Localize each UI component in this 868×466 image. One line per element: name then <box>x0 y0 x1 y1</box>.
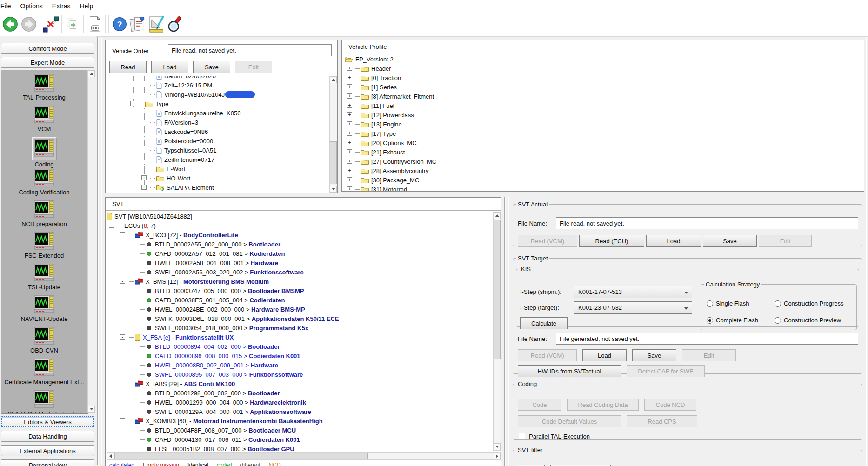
tree-item[interactable]: HWEL_000024BE_002_000_000 > Hardware BMS… <box>107 305 493 314</box>
tree-item[interactable]: CAFD_00002A57_012_001_081 > Kodierdaten <box>107 249 493 258</box>
radio-construction-preview[interactable] <box>775 317 781 324</box>
tree-item[interactable]: CAFD_00000896_008_000_015 > Codierdaten … <box>107 351 493 360</box>
istep-target-combo[interactable]: K001-23-07-532 <box>574 301 692 314</box>
sidebar-section-button-editors-viewers[interactable]: Editors & Viewers <box>1 416 94 427</box>
save-button[interactable]: Save <box>703 235 757 247</box>
tree-item[interactable]: CAFD_000038E5_001_005_004 > Codierdaten <box>107 295 493 305</box>
strategy-option-single-flash[interactable]: Single Flash <box>707 300 749 307</box>
expand-toggle[interactable]: - <box>120 279 125 284</box>
code-button[interactable]: Code <box>518 399 561 411</box>
read-cps-button[interactable]: Read CPS <box>627 415 697 427</box>
tree-item[interactable]: Datum=02/06/2020 <box>107 76 329 80</box>
tree-item[interactable]: SVT [WB10A5104JZ641882] <box>107 212 493 221</box>
sidebar-item-coding[interactable]: Coding <box>1 137 87 168</box>
hw-ids-from-svtactual-button[interactable]: HW-IDs from SVTactual <box>518 365 621 377</box>
tree-item[interactable]: Vinlong=WB10A5104J <box>107 90 329 99</box>
menu-item-extras[interactable]: Extras <box>47 1 75 11</box>
sidebar-item-obd-cvn[interactable]: OBD-CVN <box>1 327 87 354</box>
expand-toggle[interactable]: + <box>347 66 352 71</box>
tree-item[interactable]: +[30] Package_MC <box>343 175 863 185</box>
scroll-down-icon[interactable] <box>494 443 501 450</box>
tree-item[interactable]: SWFL_0000129A_004_000_001 > Applikations… <box>107 407 493 416</box>
sidebar-item-coding-verification[interactable]: Coding-Verification <box>1 169 87 196</box>
expand-toggle[interactable]: - <box>120 381 125 386</box>
sidebar-section-button-personal-view[interactable]: Personal view <box>1 459 94 466</box>
edit-button[interactable]: Edit <box>235 61 272 73</box>
tree-item[interactable]: +[0] Traction <box>343 73 863 82</box>
tree-item[interactable]: SWFK_00003D6E_018_000_001 > Applikations… <box>107 314 493 323</box>
expand-toggle[interactable]: + <box>347 140 352 145</box>
expand-toggle[interactable]: + <box>347 131 352 136</box>
strategy-option-complete-flash[interactable]: Complete Flash <box>707 317 758 324</box>
tree-item[interactable]: +[20] Options_MC <box>343 138 863 147</box>
expand-toggle[interactable]: + <box>347 93 352 99</box>
menu-item-options[interactable]: Options <box>16 1 47 11</box>
tree-item[interactable]: -X_KOMBI3 [60] - Motorrad Instrumentenko… <box>107 416 493 426</box>
copy-pages-icon[interactable] <box>63 14 82 34</box>
mode-button-comfort-mode[interactable]: Comfort Mode <box>1 43 94 54</box>
expand-toggle[interactable]: - <box>130 101 135 106</box>
tree-item[interactable]: Lackcode=0N86 <box>107 127 329 136</box>
magnifier-icon[interactable] <box>166 14 185 34</box>
tree-item[interactable]: -Type <box>107 99 329 108</box>
vehicle-order-scrollbar[interactable] <box>329 76 337 193</box>
panel-splitter[interactable] <box>508 197 509 466</box>
help-icon[interactable]: ? <box>110 14 129 34</box>
strategy-option-construction-progress[interactable]: Construction Progress <box>775 300 844 307</box>
radio-complete-flash[interactable] <box>707 317 713 324</box>
tree-item[interactable]: -X_BMS [12] - Motorsteuerung BMS Medium <box>107 277 493 286</box>
mode-button-expert-mode[interactable]: Expert Mode <box>1 57 94 68</box>
edit-button[interactable]: Edit <box>759 235 812 247</box>
read-button[interactable]: Read <box>109 61 147 73</box>
expand-toggle[interactable]: + <box>141 175 147 180</box>
tree-item[interactable]: -X_BCO [72] - BodyControllerLite <box>107 230 493 240</box>
svt-horizontal-scrollbar[interactable] <box>107 452 501 460</box>
tree-item[interactable]: -X_IABS [29] - ABS Conti MK100 <box>107 379 493 388</box>
read-ecu-button[interactable]: Read (ECU) <box>579 235 644 247</box>
tree-item[interactable]: +[17] Type <box>343 129 863 138</box>
tree-item[interactable]: +[12] Powerclass <box>343 110 863 120</box>
tree-item[interactable]: SWFL_00003054_018_000_000 > Programmstan… <box>107 323 493 333</box>
tree-item[interactable]: +[21] Exhaust <box>343 147 863 157</box>
istep-shipm-combo[interactable]: K001-17-07-513 <box>574 286 692 298</box>
code-default-values-button[interactable]: Code Default Values <box>518 415 621 427</box>
read-vcm-button[interactable]: Read (VCM) <box>518 349 577 361</box>
scroll-down-icon[interactable] <box>330 186 337 193</box>
back-icon[interactable] <box>1 14 20 34</box>
expand-toggle[interactable]: + <box>347 149 352 154</box>
expand-toggle[interactable]: + <box>347 112 352 117</box>
scroll-right-icon[interactable] <box>494 453 501 459</box>
edit-button[interactable]: Edit <box>682 349 736 361</box>
tree-item[interactable]: FAVersion=3 <box>107 118 329 127</box>
scrollbar-thumb[interactable] <box>494 220 501 359</box>
tree-item[interactable]: +[11] Fuel <box>343 101 863 110</box>
tree-item[interactable]: +Header <box>343 64 863 73</box>
calculate-button[interactable]: Calculate <box>520 317 568 329</box>
load-button[interactable]: Load <box>151 61 188 73</box>
tree-item[interactable]: -X_FSA [e] - Funktionssatellit UX <box>107 333 493 342</box>
tree-item[interactable]: E-Wort <box>107 164 329 173</box>
sidebar-item-ncd-preparation[interactable]: NCD preparation <box>1 200 87 227</box>
detect-caf-for-swe-button[interactable]: Detect CAF for SWE <box>627 365 705 377</box>
load-button[interactable]: Load <box>582 349 627 361</box>
sidebar-item-sfa-ecu-mode-extended[interactable]: SFA / ECU-Mode Extended <box>1 390 87 414</box>
sidebar-item-tsl-update[interactable]: TSL-Update <box>1 264 87 291</box>
forward-icon[interactable] <box>20 14 38 34</box>
expand-toggle[interactable]: - <box>120 232 125 237</box>
reports-documents-icon[interactable] <box>129 14 147 34</box>
code-ncd-button[interactable]: Code NCD <box>644 399 696 411</box>
sidebar-section-button-external-applications[interactable]: External Applications <box>1 445 94 456</box>
radio-construction-progress[interactable] <box>775 300 781 307</box>
expand-toggle[interactable]: - <box>120 334 125 340</box>
tree-item[interactable]: +[1] Series <box>343 82 863 92</box>
tree-item[interactable]: +[28] Assemblycountry <box>343 166 863 175</box>
tree-item[interactable]: Typschlüssel=0A51 <box>107 146 329 155</box>
tree-item[interactable]: Entwicklungsbaureihe=K050 <box>107 108 329 118</box>
tree-item[interactable]: HWEL_000008B0_002_009_001 > Hardware <box>107 360 493 370</box>
tree-item[interactable]: +[8] Aftermarket_Fitment <box>343 92 863 101</box>
tree-item[interactable]: HWEL_00002A58_001_008_001 > Hardware <box>107 258 493 267</box>
disconnect-route-icon[interactable] <box>41 14 60 34</box>
sidebar-item-fsc-extended[interactable]: FSC Extended <box>1 232 87 259</box>
expand-toggle[interactable]: + <box>347 84 352 89</box>
tree-item[interactable]: BTLD_00000894_004_002_000 > Bootloader <box>107 342 493 351</box>
